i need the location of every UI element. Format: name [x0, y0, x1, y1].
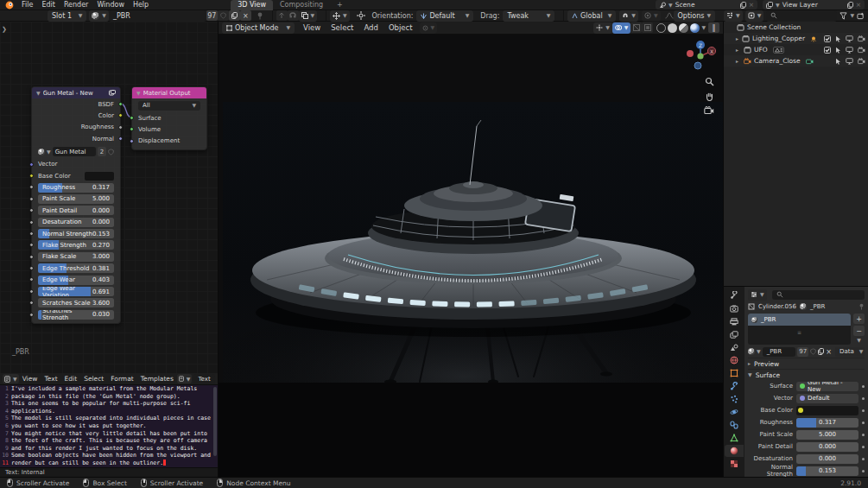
overlap-options-dropdown[interactable]: ▼ [299, 10, 318, 22]
material-users-button[interactable]: 97 [206, 10, 218, 21]
orientation-dropdown[interactable]: Default▼ [416, 10, 473, 22]
text-editor-type-dropdown[interactable]: ▼ [3, 374, 19, 383]
outliner-row-scene-collection[interactable]: Scene Collection [724, 22, 868, 33]
viewport-pan-hand-icon[interactable] [705, 92, 714, 101]
filter-funnel-icon[interactable] [839, 12, 847, 20]
falloff-icon[interactable] [665, 12, 674, 19]
disable-render-toggle[interactable] [858, 58, 865, 65]
node-input-edge-wear-variation[interactable]: Edge Wear Variation0.691 [32, 286, 120, 297]
new-workspace-button[interactable]: + [330, 0, 350, 10]
text-menu-templates[interactable]: Templates [137, 375, 177, 383]
fake-user-shield-icon[interactable] [810, 348, 816, 355]
socket-scratches-strength[interactable] [29, 313, 34, 317]
visibility-checkbox[interactable] [824, 35, 831, 42]
transform-pivot-dropdown[interactable]: ▼ [420, 22, 438, 34]
new-collection-icon[interactable] [857, 12, 865, 20]
outliner[interactable]: Scene Collection▸Lighting_Copper▸UFO▸Cam… [724, 22, 868, 287]
node-material-output[interactable]: ▼ Material Output All▼ SurfaceVolumeDisp… [131, 86, 207, 150]
panel-preview[interactable]: ▸ Preview [748, 358, 865, 369]
copy-icon[interactable] [847, 2, 853, 9]
shading-wireframe-icon[interactable] [656, 23, 666, 33]
menu-window[interactable]: Window [92, 1, 129, 9]
properties-tab-particles[interactable] [725, 393, 744, 405]
value-slider[interactable]: Edge Threshold0.381 [38, 263, 114, 273]
fake-user-shield-icon[interactable] [108, 149, 114, 155]
properties-tab-material[interactable] [725, 445, 744, 457]
new-material-copy-icon[interactable] [818, 348, 824, 355]
remove-slot-button[interactable]: − [853, 326, 865, 336]
material-slot-selected[interactable]: _PBR [748, 314, 851, 326]
node-material-selector[interactable]: ▼ Gun Metal 2 [32, 145, 120, 159]
disclosure-icon[interactable]: ▸ [736, 59, 741, 64]
node-input-normal-strength[interactable]: Normal Strength0.153 [32, 228, 120, 239]
socket-roughness[interactable] [118, 125, 123, 130]
outliner-item-label[interactable]: Lighting_Copper [752, 35, 805, 42]
options-dropdown[interactable]: Options▼ [674, 10, 716, 22]
drag-dropdown[interactable]: Tweak▼ [503, 10, 554, 22]
socket-vector[interactable] [29, 162, 34, 167]
selectable-toggle[interactable] [835, 47, 841, 54]
value-slider[interactable]: 0.317 [796, 418, 858, 428]
workspace-tab-compositing[interactable]: Compositing [273, 0, 330, 10]
node-input-volume[interactable]: Volume [132, 124, 206, 135]
socket-base-color[interactable] [29, 174, 34, 178]
material-slot-list[interactable]: _PBR ≡ [748, 314, 851, 345]
animate-dot[interactable] [862, 458, 865, 460]
node-input-scratches-strength[interactable]: Scratches Strength0.030 [32, 309, 120, 320]
text-editor[interactable]: ▼ ViewTextEditSelectFormatTemplates ▼ Te… [0, 373, 219, 477]
cursor-tool-icon[interactable] [357, 11, 365, 20]
node-input-flake-strength[interactable]: Flake Strength0.270 [32, 239, 120, 250]
socket-scratches-scale[interactable] [29, 301, 34, 305]
socket-flake-strength[interactable] [29, 243, 34, 247]
collapse-arrow-icon[interactable]: ▼ [136, 91, 141, 96]
value-field[interactable]: Paint Scale5.000 [38, 194, 114, 204]
visibility-checkbox[interactable] [824, 47, 831, 54]
properties-tab-world[interactable] [725, 354, 744, 366]
menu-edit[interactable]: Edit [37, 1, 60, 9]
animate-dot[interactable] [862, 470, 865, 472]
animate-dot[interactable] [862, 385, 865, 388]
shading-extra-toggle[interactable] [642, 22, 653, 33]
animate-dot[interactable] [862, 397, 865, 400]
pin-icon[interactable] [257, 12, 263, 20]
breadcrumb-material[interactable]: _PBR [810, 303, 825, 310]
properties-tab-object[interactable] [725, 367, 744, 379]
menu-file[interactable]: File [17, 1, 37, 9]
view-layer-selector[interactable]: ▼ View Layer × [763, 0, 865, 10]
material-name-field[interactable]: Gun Metal [53, 147, 96, 156]
properties-editor-type-dropdown[interactable]: ▼ [748, 289, 767, 301]
line-text[interactable]: I've included a sample material from the… [11, 385, 197, 393]
socket-paint-scale[interactable] [29, 197, 34, 201]
line-text[interactable]: you want to see how it was put together. [11, 422, 147, 430]
node-input-desaturation[interactable]: Desaturation0.000 [32, 217, 120, 228]
outliner-search-input[interactable] [766, 10, 837, 22]
node-input-scratches-scale[interactable]: Scratches Scale3.600 [32, 297, 120, 308]
line-text[interactable]: Some boolean objects have been hidden fr… [11, 452, 211, 459]
animate-dot[interactable] [862, 421, 865, 424]
node-input-roughness[interactable]: Roughness0.317 [32, 181, 120, 193]
copy-icon[interactable] [740, 2, 746, 9]
material-browse-dropdown[interactable]: ▼ [89, 10, 109, 22]
socket-flake-scale[interactable] [29, 255, 34, 259]
value-slider[interactable]: Normal Strength0.153 [38, 229, 114, 238]
animate-dot[interactable] [862, 409, 865, 412]
color-field[interactable] [796, 406, 858, 415]
text-scrollbar[interactable] [213, 387, 217, 456]
properties-tab-modifiers[interactable] [725, 380, 744, 392]
line-text[interactable]: the feet of the craft. This is because t… [11, 437, 207, 445]
gizmo-neg-x-axis[interactable] [687, 50, 694, 57]
text-editor-body[interactable]: 1I've included a sample material from th… [0, 385, 218, 467]
node-output-roughness[interactable]: Roughness [32, 122, 120, 133]
breadcrumb-object[interactable]: Cylinder.056 [758, 303, 796, 310]
outliner-item-label[interactable]: UFO [754, 46, 768, 54]
gizmo-neg-z-axis[interactable] [694, 62, 701, 69]
node-header[interactable]: ▼ Gun Metal - New [32, 87, 120, 98]
unlink-icon[interactable]: × [826, 348, 832, 356]
socket-normal[interactable] [118, 136, 123, 141]
node-input-edge-threshold[interactable]: Edge Threshold0.381 [32, 263, 120, 274]
properties-tab-view-layer[interactable] [725, 328, 744, 340]
text-menu-edit[interactable]: Edit [61, 375, 81, 383]
fake-user-shield-icon[interactable] [218, 10, 229, 21]
value-field[interactable]: Desaturation0.000 [38, 218, 114, 227]
close-icon[interactable]: × [749, 1, 754, 9]
